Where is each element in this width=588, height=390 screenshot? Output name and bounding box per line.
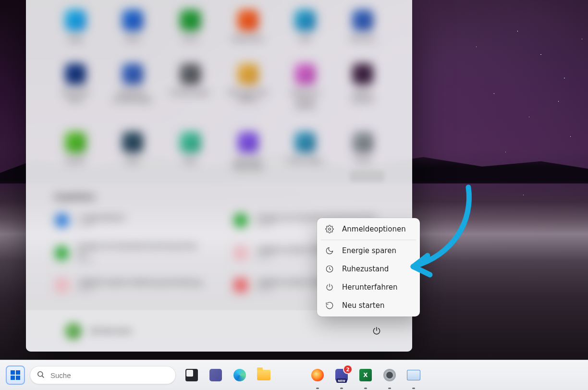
teams-icon (209, 369, 222, 381)
power-menu-restart[interactable]: Neu starten (317, 296, 420, 315)
running-indicator (412, 388, 415, 389)
power-menu-hibernate[interactable]: Ruhezustand (317, 260, 420, 278)
user-account-button[interactable]: DE Benutzer (64, 322, 132, 340)
app-tile[interactable]: Microsoft Store (55, 63, 96, 110)
app-tile[interactable]: Windows-Einstellungen (112, 63, 154, 110)
power-button[interactable] (368, 322, 385, 340)
taskbar-teams-chat[interactable] (208, 368, 223, 382)
app-tile[interactable]: Einstellungen (170, 63, 211, 110)
app-tile[interactable]: Xbox (170, 132, 211, 171)
power-menu-label: Ruhezustand (342, 265, 389, 273)
app-tile[interactable]: Word (112, 10, 154, 42)
app-tile[interactable]: Kalender (342, 10, 383, 42)
app-tile[interactable]: Adobe Express (342, 63, 383, 110)
power-menu: Anmeldeoptionen Energie sparen Ruhezusta… (317, 218, 420, 317)
search-icon (37, 370, 45, 380)
power-menu-energy-save[interactable]: Energie sparen (317, 242, 420, 260)
power-menu-signin-options[interactable]: Anmeldeoptionen (317, 220, 420, 238)
taskbar-firefox[interactable] (310, 368, 325, 382)
power-menu-shutdown[interactable]: Herunterfahren (317, 278, 420, 296)
notification-badge: 2 (344, 366, 352, 373)
user-name: DE Benutzer (90, 327, 132, 335)
taskbar: 2 X (0, 360, 588, 390)
running-indicator (340, 388, 343, 389)
app-tile[interactable]: TikTok (342, 132, 383, 171)
taskbar-pinned-apps: 2 X (183, 368, 421, 382)
power-menu-label: Neu starten (342, 301, 384, 310)
edge-icon (233, 369, 246, 381)
app-tile[interactable]: Spotify (55, 132, 96, 171)
taskbar-teams-new[interactable]: 2 (334, 368, 349, 382)
app-tile[interactable]: Microsoft Clipchamp (227, 132, 269, 171)
app-tile[interactable]: Microsoft 365 (Office) (227, 63, 269, 110)
control-panel-icon (407, 370, 420, 380)
power-icon (325, 282, 334, 292)
app-tile[interactable]: Prime Video (285, 132, 326, 171)
app-tile[interactable]: Mail (285, 10, 326, 42)
firefox-icon (311, 369, 324, 381)
taskbar-edge[interactable] (233, 368, 247, 382)
taskbar-search[interactable] (30, 366, 176, 384)
recommended-item[interactable]: 180920 zweite StellenausschreibungJul 30 (55, 278, 205, 292)
power-menu-label: Energie sparen (342, 246, 396, 255)
menu-separator (321, 240, 416, 240)
svg-point-2 (38, 371, 43, 376)
taskbar-control-panel[interactable] (406, 368, 421, 382)
more-button[interactable] (350, 171, 384, 182)
restart-icon (325, 301, 334, 310)
taskbar-settings[interactable] (382, 368, 397, 382)
power-icon (372, 326, 381, 336)
gear-icon (325, 224, 334, 234)
excel-icon: X (359, 369, 372, 381)
running-indicator (388, 388, 391, 389)
recommended-heading: Empfohlen (55, 193, 383, 201)
folder-icon (257, 370, 270, 380)
search-input[interactable] (49, 371, 169, 380)
running-indicator (316, 388, 319, 389)
clock-icon (325, 264, 334, 274)
recommended-item[interactable]: 1 ApprobationJul 30 (55, 213, 205, 228)
avatar (64, 322, 82, 340)
power-menu-label: Herunterfahren (342, 283, 398, 292)
windows-logo-icon (11, 370, 20, 380)
power-menu-label: Anmeldeoptionen (342, 225, 406, 233)
settings-icon (383, 369, 396, 381)
taskview-icon (185, 369, 198, 381)
running-indicator (364, 388, 367, 389)
taskbar-taskview[interactable] (184, 368, 199, 382)
start-button[interactable] (7, 366, 24, 384)
pinned-apps-grid: Edge Word Excel PowerPoint Mail Kalender… (55, 5, 383, 171)
svg-point-0 (329, 228, 331, 231)
recommended-item[interactable]: Google als Standard-Suchmaschine imJul 3… (55, 242, 205, 264)
desktop: Edge Word Excel PowerPoint Mail Kalender… (0, 0, 588, 390)
app-tile[interactable]: Edge (55, 10, 96, 42)
app-tile[interactable]: Solitaire & Casual Games (285, 63, 326, 110)
taskbar-excel[interactable]: X (358, 368, 373, 382)
app-tile[interactable]: PowerPoint (227, 10, 269, 42)
taskbar-file-explorer[interactable] (257, 368, 271, 382)
app-tile[interactable]: Excel (170, 10, 211, 42)
moon-icon (325, 246, 334, 256)
app-tile[interactable]: Xbox (112, 132, 154, 171)
